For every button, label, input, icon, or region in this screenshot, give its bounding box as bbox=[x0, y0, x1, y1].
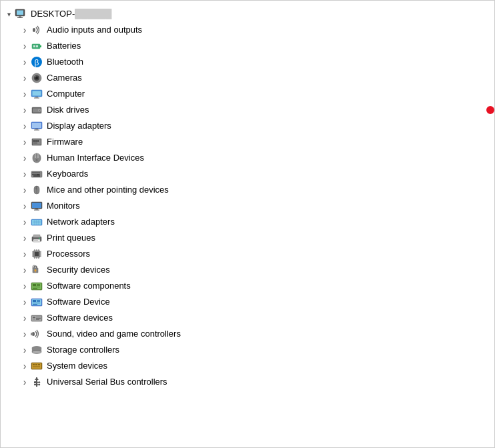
root-icon bbox=[14, 7, 27, 21]
svg-rect-45 bbox=[37, 173, 38, 174]
chevron-softwaredevices[interactable] bbox=[19, 313, 30, 323]
chevron-security[interactable] bbox=[19, 265, 30, 275]
icon-cameras bbox=[30, 71, 43, 85]
tree-item-processors[interactable]: Processors bbox=[14, 246, 494, 262]
label-audio: Audio inputs and outputs bbox=[47, 23, 494, 37]
tree-item-softwaredevices[interactable]: Software devices bbox=[14, 310, 494, 326]
label-mice: Mice and other pointing devices bbox=[47, 183, 494, 197]
svg-rect-100 bbox=[33, 300, 36, 302]
root-node[interactable]: DESKTOP-██████ bbox=[1, 6, 494, 22]
tree-item-displayadapters[interactable]: Display adapters bbox=[14, 118, 494, 134]
tree-item-softwarecomponents[interactable]: Software components bbox=[14, 278, 494, 294]
label-usb: Universal Serial Bus controllers bbox=[47, 375, 494, 389]
label-network: Network adapters bbox=[47, 215, 494, 229]
label-monitors: Monitors bbox=[47, 199, 494, 213]
label-computer: Computer bbox=[47, 87, 494, 101]
label-processors: Processors bbox=[47, 247, 494, 261]
chevron-storage[interactable] bbox=[19, 345, 30, 355]
tree-item-sound[interactable]: Sound, video and game controllers bbox=[14, 326, 494, 342]
chevron-sound[interactable] bbox=[19, 329, 30, 339]
chevron-computer[interactable] bbox=[19, 89, 30, 99]
chevron-mice[interactable] bbox=[19, 185, 30, 195]
tree-item-computer[interactable]: Computer bbox=[14, 86, 494, 102]
device-manager-tree: DESKTOP-██████ Audio inputs and outputs bbox=[0, 0, 495, 448]
svg-rect-122 bbox=[35, 364, 37, 365]
chevron-keyboards[interactable] bbox=[19, 169, 30, 179]
svg-rect-102 bbox=[37, 301, 40, 302]
tree-item-print[interactable]: Print queues bbox=[14, 230, 494, 246]
chevron-cameras[interactable] bbox=[19, 73, 30, 83]
chevron-softwaredevice[interactable] bbox=[19, 297, 30, 307]
svg-rect-95 bbox=[37, 285, 40, 286]
svg-rect-46 bbox=[39, 173, 40, 174]
svg-rect-96 bbox=[33, 287, 40, 287]
tree-item-monitors[interactable]: Monitors bbox=[14, 198, 494, 214]
chevron-usb[interactable] bbox=[19, 377, 30, 387]
svg-rect-49 bbox=[37, 174, 40, 175]
chevron-audio[interactable] bbox=[19, 25, 30, 35]
tree-item-cameras[interactable]: Cameras bbox=[14, 70, 494, 86]
tree-item-storage[interactable]: Storage controllers bbox=[14, 342, 494, 358]
chevron-bluetooth[interactable] bbox=[19, 57, 30, 67]
icon-print bbox=[30, 231, 43, 245]
tree-item-batteries[interactable]: Batteries bbox=[14, 38, 494, 54]
label-security: Security devices bbox=[47, 263, 494, 277]
icon-softwaredevices bbox=[30, 311, 43, 325]
icon-mice bbox=[30, 183, 43, 197]
svg-marker-126 bbox=[35, 377, 39, 380]
icon-security bbox=[30, 263, 43, 277]
svg-rect-4 bbox=[33, 28, 35, 32]
tree-item-bluetooth[interactable]: β Bluetooth bbox=[14, 54, 494, 70]
label-system: System devices bbox=[47, 359, 494, 373]
svg-rect-128 bbox=[34, 384, 37, 385]
chevron-network[interactable] bbox=[19, 217, 30, 227]
tree-item-system[interactable]: System devices bbox=[14, 358, 494, 374]
label-firmware: Firmware bbox=[47, 135, 494, 149]
svg-rect-123 bbox=[38, 364, 40, 365]
svg-rect-67 bbox=[33, 235, 40, 237]
tree-item-diskdrives[interactable]: Disk drives bbox=[14, 102, 494, 118]
tree-item-hid[interactable]: Human Interface Devices bbox=[14, 150, 494, 166]
chevron-softwarecomponents[interactable] bbox=[19, 281, 30, 291]
chevron-print[interactable] bbox=[19, 233, 30, 243]
svg-rect-18 bbox=[34, 98, 39, 99]
chevron-hid[interactable] bbox=[19, 153, 30, 163]
svg-point-71 bbox=[39, 238, 40, 239]
svg-point-22 bbox=[39, 110, 40, 111]
tree-item-mice[interactable]: Mice and other pointing devices bbox=[14, 182, 494, 198]
chevron-batteries[interactable] bbox=[19, 41, 30, 51]
label-softwaredevices: Software devices bbox=[47, 311, 494, 325]
svg-rect-6 bbox=[40, 45, 41, 47]
chevron-system[interactable] bbox=[19, 361, 30, 371]
root-label: DESKTOP-██████ bbox=[31, 7, 494, 21]
chevron-processors[interactable] bbox=[19, 249, 30, 259]
icon-softwarecomponents bbox=[30, 279, 43, 293]
svg-rect-8 bbox=[36, 45, 38, 47]
icon-softwaredevice bbox=[30, 295, 43, 309]
tree-item-firmware[interactable]: Firmware bbox=[14, 134, 494, 150]
svg-rect-93 bbox=[33, 284, 36, 286]
svg-point-14 bbox=[35, 76, 36, 77]
svg-rect-31 bbox=[35, 140, 37, 141]
label-keyboards: Keyboards bbox=[47, 167, 494, 181]
chevron-displayadapters[interactable] bbox=[19, 121, 30, 131]
chevron-monitors[interactable] bbox=[19, 201, 30, 211]
svg-rect-90 bbox=[35, 271, 36, 273]
svg-rect-2 bbox=[19, 16, 21, 17]
tree-item-usb[interactable]: Universal Serial Bus controllers bbox=[14, 374, 494, 390]
red-dot-diskdrives bbox=[486, 106, 494, 114]
root-chevron[interactable] bbox=[3, 9, 14, 19]
svg-rect-113 bbox=[31, 333, 33, 335]
chevron-firmware[interactable] bbox=[19, 137, 30, 147]
svg-rect-44 bbox=[35, 173, 36, 174]
tree-item-network[interactable]: Network adapters bbox=[14, 214, 494, 230]
tree-item-keyboards[interactable]: Keyboards bbox=[14, 166, 494, 182]
tree-item-softwaredevice[interactable]: Software Device bbox=[14, 294, 494, 310]
tree-item-audio[interactable]: Audio inputs and outputs bbox=[14, 22, 494, 38]
icon-hid bbox=[30, 151, 43, 165]
svg-rect-43 bbox=[33, 173, 34, 174]
icon-diskdrives bbox=[30, 103, 43, 117]
tree-item-security[interactable]: Security devices bbox=[14, 262, 494, 278]
svg-rect-101 bbox=[37, 300, 40, 301]
chevron-diskdrives[interactable] bbox=[19, 105, 30, 115]
